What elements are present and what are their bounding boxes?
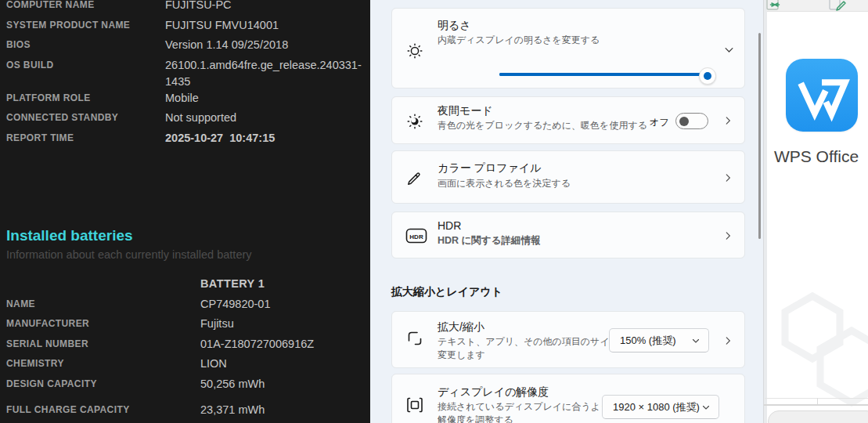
resolution-dropdown-value: 1920 × 1080 (推奨): [613, 400, 700, 414]
battery-table: BATTERY 1 NAME CP749820-01 MANUFACTURER …: [6, 276, 366, 422]
resolution-subtitle-line1: 接続されているディスプレイに合うように: [438, 400, 620, 414]
scale-dropdown[interactable]: 150% (推奨): [609, 328, 709, 352]
table-row: COMPUTER NAME FUJITSU-PC: [6, 0, 366, 17]
row-label: DESIGN CAPACITY: [6, 376, 200, 389]
row-label: FULL CHARGE CAPACITY: [6, 402, 200, 415]
battery-report-panel: COMPUTER NAME FUJITSU-PC SYSTEM PRODUCT …: [0, 0, 370, 423]
table-row: BIOS Version 1.14 09/25/2018: [6, 37, 366, 57]
bottom-divider: [764, 404, 868, 406]
settings-scrollbar[interactable]: [758, 33, 761, 239]
system-info-table: COMPUTER NAME FUJITSU-PC SYSTEM PRODUCT …: [6, 0, 366, 150]
row-label: MANUFACTURER: [6, 316, 200, 329]
resolution-dropdown[interactable]: 1920 × 1080 (推奨): [602, 395, 719, 419]
wps-office-label: WPS Office: [764, 147, 868, 166]
table-row: CONNECTED STANDBY Not supported: [6, 110, 366, 130]
row-value: LION: [200, 356, 366, 372]
row-label: BIOS: [6, 37, 165, 50]
battery-column-header: BATTERY 1: [200, 276, 366, 292]
resolution-icon: [405, 396, 424, 414]
table-row: CHEMISTRY LION: [6, 356, 366, 376]
bottom-divider: [765, 398, 868, 399]
row-value: 01A-Z180727006916Z: [200, 336, 366, 352]
table-row: REPORT TIME 2025-10-27 10:47:15: [6, 130, 366, 150]
table-row: NAME CP749820-01: [6, 296, 366, 316]
row-label: SERIAL NUMBER: [6, 336, 200, 349]
chevron-right-icon[interactable]: [722, 335, 733, 346]
table-row: MANUFACTURER Fujitsu: [6, 316, 366, 336]
row-label: REPORT TIME: [6, 130, 165, 143]
resolution-subtitle-line2: 解像度を調整する: [438, 414, 513, 423]
row-label: CHEMISTRY: [6, 356, 200, 369]
table-row: FULL CHARGE CAPACITY 23,371 mWh: [6, 402, 366, 422]
scale-subtitle-line1: テキスト、アプリ、その他の項目のサイズを: [438, 335, 628, 349]
row-value: Not supported: [165, 110, 366, 126]
row-value: CP749820-01: [200, 296, 366, 313]
installed-batteries-subtitle: Information about each currently install…: [6, 248, 252, 261]
installed-batteries-heading: Installed batteries: [6, 227, 133, 244]
row-label: PLATFORM ROLE: [6, 90, 165, 103]
row-label: COMPUTER NAME: [6, 0, 165, 10]
resolution-card[interactable]: ディスプレイの解像度 接続されているディスプレイに合うように 解像度を調整する …: [391, 374, 745, 423]
screen: COMPUTER NAME FUJITSU-PC SYSTEM PRODUCT …: [0, 0, 868, 423]
scale-title: 拡大/縮小: [438, 320, 484, 334]
wps-office-app-icon[interactable]: [786, 59, 858, 132]
row-value: FUJITSU FMVU14001: [165, 17, 366, 34]
table-edit-icon[interactable]: [828, 0, 847, 11]
table-header-row: BATTERY 1: [6, 276, 366, 296]
table-row: DESIGN CAPACITY 50,256 mWh: [6, 376, 366, 396]
chevron-down-icon: [701, 403, 711, 412]
row-value: 23,371 mWh: [200, 402, 366, 418]
row-label: [6, 276, 200, 278]
table-row: OS BUILD 26100.1.amd64fre.ge_release.240…: [6, 57, 366, 90]
row-label: CONNECTED STANDBY: [6, 110, 165, 123]
row-value: Fujitsu: [200, 316, 366, 332]
row-value: Mobile: [165, 90, 366, 107]
scale-card[interactable]: 拡大/縮小 テキスト、アプリ、その他の項目のサイズを 変更します 150% (推…: [391, 311, 745, 368]
row-value: 50,256 mWh: [200, 376, 366, 392]
settings-lower-group: 拡大/縮小 テキスト、アプリ、その他の項目のサイズを 変更します 150% (推…: [370, 0, 763, 423]
right-window: WPS Office: [763, 0, 868, 423]
hexagon-watermark: [764, 282, 868, 423]
bottom-pill-panel: [768, 410, 868, 423]
chevron-down-icon: [691, 336, 701, 345]
table-row: PLATFORM ROLE Mobile: [6, 90, 366, 110]
row-label: NAME: [6, 296, 200, 309]
table-row: SERIAL NUMBER 01A-Z180727006916Z: [6, 336, 366, 356]
row-value: Version 1.14 09/25/2018: [165, 37, 366, 53]
row-value: FUJITSU-PC: [165, 0, 366, 13]
table-formula-icon[interactable]: [765, 0, 784, 11]
table-row: SYSTEM PRODUCT NAME FUJITSU FMVU14001: [6, 17, 366, 38]
bottom-divider-tick: [817, 398, 818, 404]
scale-dropdown-value: 150% (推奨): [620, 334, 676, 348]
scale-subtitle-line2: 変更します: [438, 349, 485, 362]
row-value: 26100.1.amd64fre.ge_release.240331-1435: [165, 57, 366, 90]
scale-icon: [405, 329, 424, 348]
row-label: SYSTEM PRODUCT NAME: [6, 17, 165, 31]
resolution-title: ディスプレイの解像度: [438, 385, 549, 400]
report-time-value: 2025-10-27 10:47:15: [165, 130, 366, 146]
row-label: OS BUILD: [6, 57, 165, 70]
